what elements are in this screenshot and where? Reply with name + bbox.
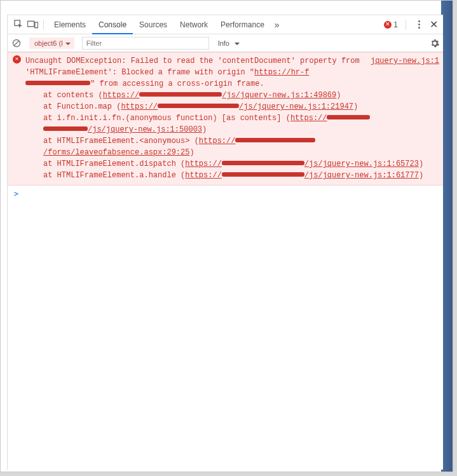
console-output: ✕ jquery-new.js:1 Uncaught DOMException:… <box>8 52 443 470</box>
tab-console[interactable]: Console <box>92 15 133 34</box>
svg-rect-2 <box>34 22 38 28</box>
filter-input[interactable] <box>82 37 209 50</box>
tab-network[interactable]: Network <box>174 15 214 34</box>
tab-elements[interactable]: Elements <box>48 15 92 34</box>
source-link[interactable]: jquery-new.js:1 <box>371 55 439 67</box>
error-count-badge[interactable]: ✕ 1 <box>384 20 398 29</box>
stack-frame: at HTMLIFrameElement.dispatch (https:///… <box>25 158 439 170</box>
svg-rect-1 <box>27 21 34 27</box>
tab-performance[interactable]: Performance <box>214 15 271 34</box>
stack-link[interactable]: https:///js/jquery-new.js:1:49869 <box>103 91 337 100</box>
console-prompt[interactable]: > <box>8 186 443 202</box>
stack-frame: at i.fn.init.i.fn.(anonymous function) [… <box>25 112 439 135</box>
device-toggle-icon[interactable] <box>25 18 39 32</box>
error-text: " from accessing a cross-origin frame. <box>90 79 264 88</box>
stack-link[interactable]: https:///js/jquery-new.js:1:65723 <box>185 160 419 168</box>
stack-link[interactable]: https:///js/jquery-new.js:1:21947 <box>121 102 353 111</box>
tabs-overflow-icon[interactable]: » <box>271 20 283 30</box>
stack-frame: at contents (https:///js/jquery-new.js:1… <box>25 90 439 101</box>
error-icon: ✕ <box>384 21 392 29</box>
stack-frame: at HTMLIFrameElement.a.handle (https:///… <box>25 170 439 181</box>
inspect-icon[interactable] <box>11 18 25 32</box>
stack-link[interactable]: https:// <box>290 114 371 123</box>
settings-icon[interactable] <box>430 39 439 48</box>
context-selector[interactable]: object6 (l <box>29 37 74 49</box>
stack-link[interactable]: /js/jquery-new.js:1:50003 <box>43 125 202 134</box>
stack-link[interactable]: https:///js/jquery-new.js:1:61777 <box>185 171 419 180</box>
error-count: 1 <box>393 20 398 29</box>
level-selector[interactable]: Info <box>213 37 250 49</box>
close-icon[interactable]: ✕ <box>428 18 439 31</box>
stack-frame: at HTMLIFrameElement.<anonymous> (https:… <box>25 135 439 158</box>
clear-console-icon[interactable] <box>11 38 22 48</box>
tab-sources[interactable]: Sources <box>133 15 174 34</box>
stack-frame: at Function.map (https:///js/jquery-new.… <box>25 101 439 112</box>
error-origin-link[interactable]: https://hr-f <box>254 68 309 77</box>
tab-bar: Elements Console Sources Network Perform… <box>8 15 443 34</box>
error-origin-link[interactable] <box>25 79 90 88</box>
menu-icon[interactable] <box>414 20 424 29</box>
error-text: Uncaught DOMException: Failed to read th… <box>25 57 360 77</box>
svg-line-4 <box>14 41 19 46</box>
error-icon: ✕ <box>13 55 21 64</box>
devtools-panel: Elements Console Sources Network Perform… <box>7 15 443 470</box>
console-error-entry: ✕ jquery-new.js:1 Uncaught DOMException:… <box>8 52 443 186</box>
console-toolbar: object6 (l Info <box>8 34 443 52</box>
